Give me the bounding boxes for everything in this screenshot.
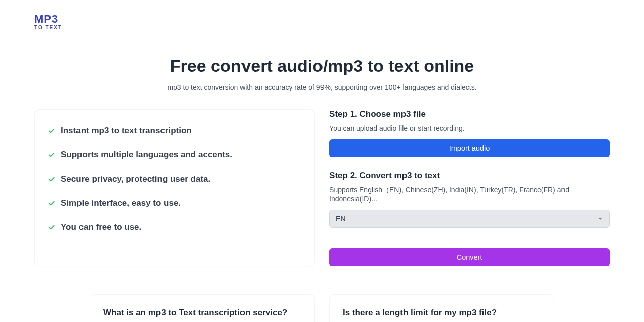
faq-row: What is an mp3 to Text transcription ser…	[0, 266, 644, 322]
step-1-title: Step 1. Choose mp3 file	[329, 109, 610, 119]
language-select[interactable]: EN	[329, 210, 610, 228]
page-subtitle: mp3 to text conversion with an accuracy …	[0, 83, 644, 91]
check-icon	[48, 151, 56, 159]
check-icon	[48, 175, 56, 183]
hero: Free convert audio/mp3 to text online mp…	[0, 44, 644, 91]
feature-text: You can free to use.	[61, 222, 141, 232]
faq-question: Is there a length limit for my mp3 file?	[343, 308, 541, 318]
feature-item: Simple interface, easy to use.	[48, 198, 301, 208]
feature-item: Secure privacy, protecting user data.	[48, 174, 301, 184]
step-2: Step 2. Convert mp3 to text Supports Eng…	[329, 171, 610, 228]
feature-item: You can free to use.	[48, 222, 301, 232]
features-card: Instant mp3 to text transcription Suppor…	[34, 109, 315, 266]
logo-top: MP3	[34, 14, 62, 25]
feature-item: Supports multiple languages and accents.	[48, 150, 301, 160]
import-audio-button[interactable]: Import audio	[329, 139, 610, 157]
check-icon	[48, 199, 56, 207]
step-1: Step 1. Choose mp3 file You can upload a…	[329, 109, 610, 157]
faq-card: What is an mp3 to Text transcription ser…	[90, 294, 315, 322]
feature-item: Instant mp3 to text transcription	[48, 126, 301, 136]
feature-text: Simple interface, easy to use.	[61, 198, 181, 208]
step-2-title: Step 2. Convert mp3 to text	[329, 171, 610, 181]
check-icon	[48, 127, 56, 135]
convert-button[interactable]: Convert	[329, 248, 610, 266]
steps-column: Step 1. Choose mp3 file You can upload a…	[329, 109, 610, 266]
header: MP3 TO TEXT	[0, 0, 644, 44]
feature-text: Instant mp3 to text transcription	[61, 126, 192, 136]
faq-question: What is an mp3 to Text transcription ser…	[103, 308, 301, 318]
logo-bottom: TO TEXT	[34, 25, 62, 30]
feature-text: Supports multiple languages and accents.	[61, 150, 232, 160]
feature-text: Secure privacy, protecting user data.	[61, 174, 210, 184]
logo[interactable]: MP3 TO TEXT	[34, 14, 62, 30]
check-icon	[48, 223, 56, 231]
faq-card: Is there a length limit for my mp3 file?…	[329, 294, 554, 322]
step-1-desc: You can upload audio file or start recor…	[329, 124, 610, 132]
page-title: Free convert audio/mp3 to text online	[0, 56, 644, 76]
step-2-desc: Supports English（EN), Chinese(ZH), India…	[329, 186, 610, 203]
